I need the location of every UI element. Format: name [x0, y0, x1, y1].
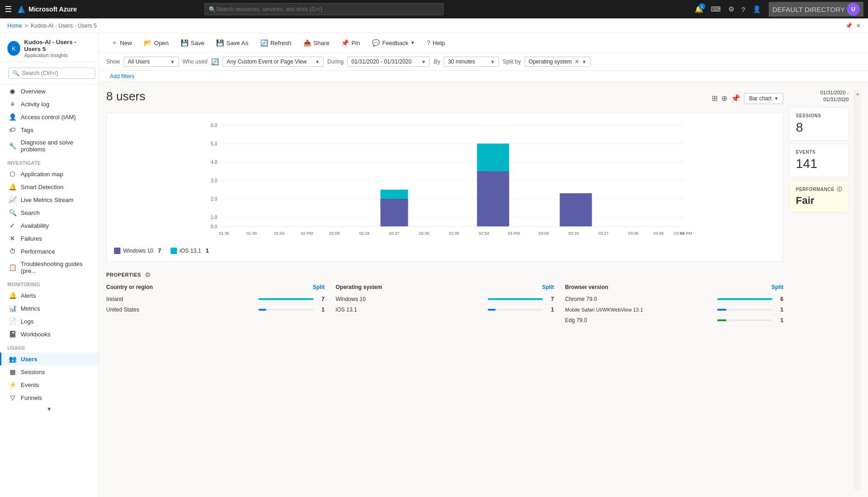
- sessions-metric-card: SESSIONS 8: [789, 107, 849, 141]
- performance-label: PERFORMANCE ⓘ: [796, 186, 842, 193]
- cloud-shell-icon[interactable]: ⌨: [711, 5, 721, 13]
- split-by-clear[interactable]: ✕: [575, 58, 579, 65]
- prop-win10-name: Windows 10: [336, 296, 484, 302]
- who-used-label: Who used: [183, 58, 207, 65]
- sidebar-item-activity-log[interactable]: ≡ Activity log: [0, 98, 98, 110]
- sidebar-item-metrics[interactable]: 📊 Metrics: [0, 302, 98, 315]
- help-icon[interactable]: ?: [742, 6, 745, 13]
- prop-chrome-bar-container: [717, 298, 772, 300]
- share-button[interactable]: 📤 Share: [298, 36, 335, 49]
- search-icon: 🔍: [209, 6, 216, 13]
- sidebar-scroll-down[interactable]: ▼: [0, 404, 98, 414]
- prop-country-split[interactable]: Split: [313, 284, 325, 290]
- sidebar-item-access-control[interactable]: 👤 Access control (IAM): [0, 110, 98, 123]
- top-nav-icons: 🔔 1 ⌨ ⚙ ? 👤 DEFAULT DIRECTORY U: [695, 2, 863, 17]
- help-button[interactable]: ? Help: [422, 36, 450, 49]
- right-scroll[interactable]: ▲: [854, 89, 861, 490]
- svg-text:02:09: 02:09: [329, 231, 340, 236]
- sidebar-item-users[interactable]: 👥 Users: [0, 353, 98, 365]
- save-button[interactable]: 💾 Save: [176, 36, 210, 49]
- chart-type-btn[interactable]: Bar chart ▼: [744, 93, 783, 104]
- azure-logo[interactable]: Microsoft Azure: [17, 5, 77, 14]
- prop-os-split[interactable]: Split: [542, 284, 554, 290]
- sidebar-item-alerts[interactable]: 🔔 Alerts: [0, 289, 98, 302]
- breadcrumb-home[interactable]: Home: [7, 23, 22, 29]
- hamburger-icon[interactable]: ☰: [5, 4, 12, 14]
- directory-label: DEFAULT DIRECTORY: [772, 6, 845, 13]
- users-icon: 👥: [9, 355, 16, 363]
- svg-text:02:45: 02:45: [449, 231, 459, 236]
- sidebar-label-workbooks: Workbooks: [21, 331, 51, 338]
- feedback-icon: 💬: [372, 39, 380, 46]
- prop-col-os: Operating system Split Windows 10 7: [336, 284, 554, 326]
- sidebar-item-availability[interactable]: ✓ Availability: [0, 219, 98, 232]
- pin-chart-icon[interactable]: 📌: [731, 94, 740, 103]
- sidebar-item-live-metrics[interactable]: 📈 Live Metrics Stream: [0, 193, 98, 206]
- date-range-display: 01/31/2020 -01/31/2020: [789, 89, 849, 104]
- bar-chart-svg: 6.0 5.0 4.0 3.0 2.0 1.0 0.0: [114, 121, 776, 240]
- sidebar-search-input[interactable]: [22, 70, 91, 76]
- sidebar-item-smart-detection[interactable]: 🔔 Smart Detection: [0, 180, 98, 193]
- sidebar-item-diagnose[interactable]: 🔧 Diagnose and solve problems: [0, 136, 98, 156]
- show-value: All Users: [128, 58, 150, 65]
- properties-gear-icon[interactable]: ⚙: [145, 271, 151, 278]
- who-used-refresh-icon[interactable]: 🔄: [211, 58, 219, 65]
- close-window-icon[interactable]: ✕: [856, 23, 861, 29]
- pin-label: Pin: [351, 40, 360, 46]
- sidebar-item-funnels[interactable]: ▽ Funnels: [0, 391, 98, 404]
- sidebar-item-app-map[interactable]: ⬡ Application map: [0, 168, 98, 180]
- events-label: EVENTS: [796, 150, 842, 155]
- who-used-select[interactable]: Any Custom Event or Page View ▼: [223, 57, 324, 67]
- sidebar-search[interactable]: 🔍: [8, 68, 95, 79]
- sidebar-item-troubleshooting[interactable]: 📋 Troubleshooting guides (pre...: [0, 258, 98, 277]
- global-search[interactable]: 🔍: [205, 3, 444, 15]
- global-search-input[interactable]: [216, 6, 440, 12]
- split-by-select[interactable]: Operating system ✕ ▼: [525, 57, 591, 67]
- sidebar-item-logs[interactable]: 📄 Logs: [0, 315, 98, 328]
- during-select[interactable]: 01/31/2020 - 01/31/2020 ▼: [347, 57, 430, 67]
- chart-icons: ⊞ ⊕ 📌 Bar chart ▼: [712, 93, 783, 104]
- settings-icon[interactable]: ⚙: [728, 5, 734, 13]
- add-filters-link[interactable]: Add filters: [106, 71, 138, 81]
- grid-view-icon[interactable]: ⊞: [712, 94, 718, 103]
- sidebar-item-workbooks[interactable]: 📓 Workbooks: [0, 328, 98, 341]
- performance-icon: ⏱: [9, 248, 16, 255]
- failures-icon: ✕: [9, 235, 16, 242]
- save-as-button[interactable]: 💾 Save As: [211, 36, 253, 49]
- legend-win10-label: Windows 10: [123, 248, 153, 254]
- add-chart-icon[interactable]: ⊕: [721, 94, 727, 103]
- sidebar-item-failures[interactable]: ✕ Failures: [0, 232, 98, 245]
- refresh-button[interactable]: 🔄 Refresh: [255, 36, 297, 49]
- who-used-caret: ▼: [315, 59, 320, 64]
- by-select[interactable]: 30 minutes ▼: [444, 57, 499, 67]
- sidebar-item-sessions[interactable]: ▦ Sessions: [0, 365, 98, 378]
- sidebar-item-overview[interactable]: ◉ Overview: [0, 85, 98, 98]
- scroll-up-arrow[interactable]: ▲: [856, 91, 860, 96]
- sidebar-item-performance[interactable]: ⏱ Performance: [0, 245, 98, 258]
- show-label: Show: [106, 58, 120, 65]
- notifications-icon[interactable]: 🔔 1: [695, 5, 703, 13]
- events-value: 141: [796, 156, 842, 171]
- show-caret: ▼: [170, 59, 175, 64]
- prop-browser-split[interactable]: Split: [771, 284, 783, 290]
- show-select[interactable]: All Users ▼: [124, 57, 179, 67]
- sidebar-label-events: Events: [21, 381, 39, 388]
- perf-info-icon[interactable]: ⓘ: [837, 186, 842, 193]
- new-button[interactable]: ＋ New: [106, 36, 137, 50]
- feedback-button[interactable]: 💬 Feedback ▼: [367, 36, 420, 49]
- user-icon[interactable]: 👤: [753, 5, 761, 13]
- open-button[interactable]: 📂 Open: [139, 36, 174, 49]
- sidebar-item-tags[interactable]: 🏷 Tags: [0, 123, 98, 136]
- toolbar: ＋ New 📂 Open 💾 Save 💾 Save As 🔄 Refresh …: [99, 33, 868, 53]
- chart-type-caret: ▼: [774, 96, 778, 101]
- prop-row-win10: Windows 10 7: [336, 294, 554, 305]
- pin-button[interactable]: 📌 Pin: [336, 36, 365, 49]
- prop-ireland-count: 7: [317, 296, 325, 302]
- sidebar-item-events[interactable]: ⚡ Events: [0, 378, 98, 391]
- pin-window-icon[interactable]: 📌: [845, 23, 852, 29]
- content-area: ＋ New 📂 Open 💾 Save 💾 Save As 🔄 Refresh …: [99, 33, 868, 497]
- directory-badge[interactable]: DEFAULT DIRECTORY U: [769, 2, 863, 17]
- sidebar-item-search[interactable]: 🔍 Search: [0, 206, 98, 219]
- pin-icon: 📌: [341, 39, 349, 46]
- prop-col-os-title: Operating system Split: [336, 284, 554, 290]
